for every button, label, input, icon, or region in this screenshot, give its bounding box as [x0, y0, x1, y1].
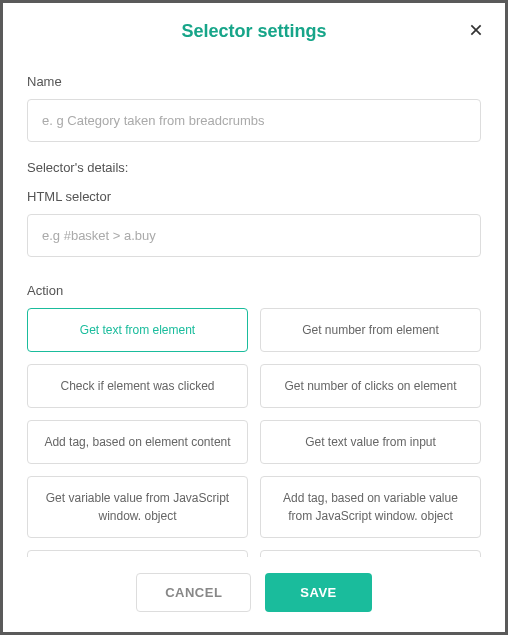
html-selector-input[interactable]	[27, 214, 481, 257]
html-selector-label: HTML selector	[27, 189, 481, 204]
action-get-text[interactable]: Get text from element	[27, 308, 248, 352]
action-customid-js[interactable]: Get subscriber customId, based on variab…	[27, 550, 248, 557]
action-get-js-variable[interactable]: Get variable value from JavaScript windo…	[27, 476, 248, 538]
modal-title: Selector settings	[181, 21, 326, 42]
save-button[interactable]: SAVE	[265, 573, 371, 612]
action-label: Action	[27, 283, 481, 298]
selector-settings-modal: Selector settings Name Selector's detail…	[3, 3, 505, 632]
modal-body[interactable]: Name Selector's details: HTML selector A…	[3, 56, 505, 557]
action-add-tag-js[interactable]: Add tag, based on variable value from Ja…	[260, 476, 481, 538]
action-customid-text[interactable]: Get subscriber customId, based on text s…	[260, 550, 481, 557]
close-icon	[468, 22, 484, 38]
action-get-input-value[interactable]: Get text value from input	[260, 420, 481, 464]
modal-header: Selector settings	[3, 3, 505, 56]
name-label: Name	[27, 74, 481, 89]
action-click-count[interactable]: Get number of clicks on element	[260, 364, 481, 408]
details-label: Selector's details:	[27, 160, 481, 175]
name-input[interactable]	[27, 99, 481, 142]
action-grid: Get text from element Get number from el…	[27, 308, 481, 557]
action-add-tag-content[interactable]: Add tag, based on element content	[27, 420, 248, 464]
action-get-number[interactable]: Get number from element	[260, 308, 481, 352]
cancel-button[interactable]: CANCEL	[136, 573, 251, 612]
action-check-clicked[interactable]: Check if element was clicked	[27, 364, 248, 408]
modal-footer: CANCEL SAVE	[3, 557, 505, 632]
close-button[interactable]	[465, 19, 487, 41]
